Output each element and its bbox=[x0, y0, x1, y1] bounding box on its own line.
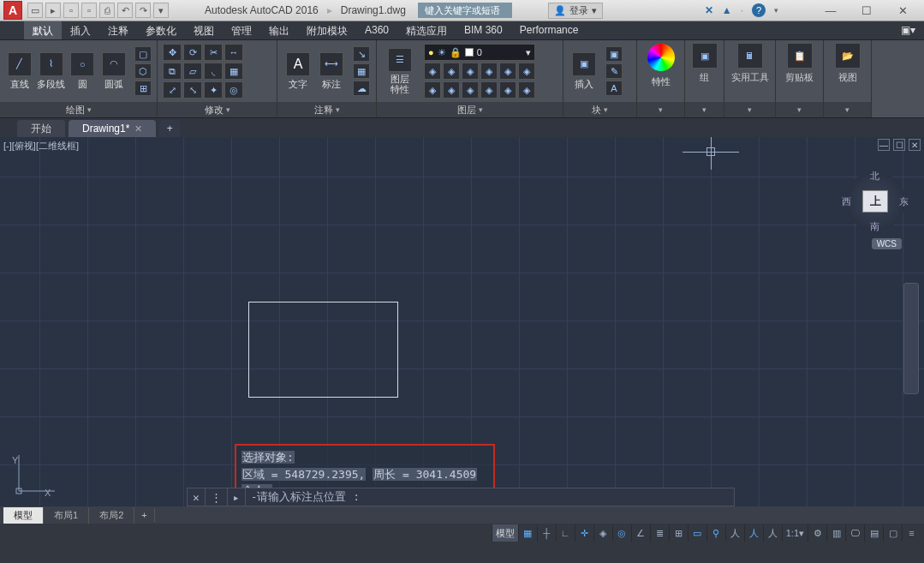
tab-default[interactable]: 默认 bbox=[24, 21, 62, 39]
autodesk-360-icon[interactable]: ▲ bbox=[722, 4, 732, 16]
tool-copy-icon[interactable]: ⧉ bbox=[163, 63, 182, 80]
block-edit-icon[interactable]: ✎ bbox=[605, 63, 623, 79]
status-custom-icon[interactable]: ≡ bbox=[902, 524, 921, 542]
tab-expand-icon[interactable]: ▣▾ bbox=[892, 21, 924, 39]
layer-tool-6-icon[interactable]: ◈ bbox=[518, 63, 535, 80]
window-minimize-button[interactable]: — bbox=[813, 0, 849, 21]
tab-performance[interactable]: Performance bbox=[511, 21, 587, 39]
tool-arc[interactable]: ◠圆弧 bbox=[99, 52, 128, 91]
exchange-apps-icon[interactable]: ✕ bbox=[705, 4, 713, 16]
tool-mirror-icon[interactable]: ▱ bbox=[183, 63, 202, 80]
status-osnap-icon[interactable]: ◎ bbox=[612, 524, 631, 542]
status-gear-icon[interactable]: ⚙ bbox=[808, 524, 826, 542]
status-polar-icon[interactable]: ✛ bbox=[575, 524, 593, 542]
draw-extra-1-icon[interactable]: ▢ bbox=[134, 46, 152, 62]
viewcube-north[interactable]: 北 bbox=[870, 170, 879, 183]
status-anno3-icon[interactable]: 人 bbox=[763, 524, 782, 542]
status-otrack-icon[interactable]: ∠ bbox=[631, 524, 650, 542]
doctab-new[interactable]: + bbox=[159, 120, 180, 137]
viewport-close-icon[interactable]: ✕ bbox=[909, 139, 921, 151]
status-sc-icon[interactable]: ⚲ bbox=[706, 524, 725, 542]
layer-tool-5-icon[interactable]: ◈ bbox=[499, 63, 516, 80]
viewport-min-icon[interactable]: — bbox=[878, 139, 890, 151]
status-monitor-icon[interactable]: 🖵 bbox=[845, 524, 864, 542]
tool-circle[interactable]: ○圆 bbox=[69, 52, 98, 91]
chevron-down-icon[interactable]: ▾ bbox=[774, 6, 778, 15]
annotate-leader-icon[interactable]: ↘ bbox=[353, 46, 370, 62]
layer-tool-8-icon[interactable]: ◈ bbox=[443, 81, 460, 99]
qat-saveas-icon[interactable]: ▫ bbox=[81, 3, 97, 18]
layer-tool-3-icon[interactable]: ◈ bbox=[462, 63, 479, 80]
layer-tool-10-icon[interactable]: ◈ bbox=[480, 81, 498, 99]
tab-insert[interactable]: 插入 bbox=[62, 21, 99, 39]
tool-trim-icon[interactable]: ✂ bbox=[204, 44, 223, 61]
tab-bim360[interactable]: BIM 360 bbox=[456, 21, 511, 39]
status-lwt-icon[interactable]: ≣ bbox=[650, 524, 669, 542]
tab-view[interactable]: 视图 bbox=[185, 21, 223, 39]
viewcube-top-face[interactable]: 上 bbox=[862, 190, 888, 213]
qat-new-icon[interactable]: ▭ bbox=[27, 3, 43, 18]
cmd-prompt-text[interactable]: -请输入标注点位置 : bbox=[246, 489, 734, 505]
infocenter-search[interactable]: 键入关键字或短语 bbox=[418, 3, 512, 18]
tool-stretch-icon[interactable]: ⤢ bbox=[163, 81, 182, 99]
layout-tab-2[interactable]: 布局2 bbox=[89, 507, 134, 524]
group-icon[interactable]: ▣ bbox=[692, 43, 718, 69]
status-ws-icon[interactable]: ▥ bbox=[826, 524, 845, 542]
annotate-cloud-icon[interactable]: ☁ bbox=[353, 81, 370, 96]
status-anno2-icon[interactable]: 人 bbox=[744, 524, 763, 542]
tool-extend-icon[interactable]: ↔ bbox=[224, 44, 243, 61]
utilities-icon[interactable]: 🖩 bbox=[737, 43, 763, 69]
tab-a360[interactable]: A360 bbox=[356, 21, 397, 39]
tool-fillet-icon[interactable]: ◟ bbox=[204, 63, 223, 80]
tool-rotate-icon[interactable]: ⟳ bbox=[183, 44, 202, 61]
status-grid-icon[interactable]: ▦ bbox=[518, 524, 537, 542]
drawing-canvas[interactable]: [-][俯视][二维线框] — ☐ ✕ 北 南 西 东 上 WCS Y X 选择… bbox=[0, 137, 924, 506]
tool-block-insert[interactable]: ▣插入 bbox=[569, 52, 599, 91]
draw-extra-3-icon[interactable]: ⊞ bbox=[134, 81, 152, 96]
layer-tool-9-icon[interactable]: ◈ bbox=[462, 81, 479, 99]
login-button[interactable]: 👤 登录 ▾ bbox=[548, 3, 603, 19]
navigation-bar[interactable] bbox=[903, 283, 919, 394]
block-create-icon[interactable]: ▣ bbox=[605, 46, 623, 62]
app-icon[interactable]: A bbox=[3, 1, 22, 20]
status-ui-icon[interactable]: ▤ bbox=[864, 524, 883, 542]
tab-output[interactable]: 输出 bbox=[260, 21, 298, 39]
wcs-chip[interactable]: WCS bbox=[872, 238, 902, 249]
tool-scale-icon[interactable]: ⤡ bbox=[183, 81, 202, 99]
layer-tool-7-icon[interactable]: ◈ bbox=[424, 81, 441, 99]
tool-polyline[interactable]: ⌇多段线 bbox=[37, 52, 66, 91]
window-close-button[interactable]: ✕ bbox=[885, 0, 921, 21]
layer-tool-11-icon[interactable]: ◈ bbox=[499, 81, 516, 99]
status-clean-icon[interactable]: ▢ bbox=[883, 524, 902, 542]
viewport-max-icon[interactable]: ☐ bbox=[893, 139, 905, 151]
tool-dimension[interactable]: ⟷标注 bbox=[316, 52, 347, 91]
tab-manage[interactable]: 管理 bbox=[223, 21, 260, 39]
tool-move-icon[interactable]: ✥ bbox=[163, 44, 182, 61]
tab-annotate[interactable]: 注释 bbox=[99, 21, 137, 39]
layer-tool-1-icon[interactable]: ◈ bbox=[424, 63, 441, 80]
tool-line[interactable]: ╱直线 bbox=[5, 52, 34, 91]
status-anno1-icon[interactable]: 人 bbox=[725, 524, 744, 542]
doctab-start[interactable]: 开始 bbox=[17, 120, 65, 137]
tool-layer-properties[interactable]: ☰图层 特性 bbox=[382, 48, 418, 94]
qat-more-icon[interactable]: ▾ bbox=[153, 3, 169, 18]
block-attr-icon[interactable]: A bbox=[605, 81, 623, 96]
clipboard-icon[interactable]: 📋 bbox=[787, 43, 813, 69]
layout-tab-add[interactable]: + bbox=[134, 508, 154, 522]
status-qp-icon[interactable]: ▭ bbox=[688, 524, 706, 542]
doctab-drawing1[interactable]: Drawing1*✕ bbox=[69, 120, 156, 137]
qat-save-icon[interactable]: ▫ bbox=[63, 3, 79, 18]
layer-selector[interactable]: ● ☀ 🔒 0 ▾ bbox=[424, 44, 535, 61]
qat-plot-icon[interactable]: ⎙ bbox=[99, 3, 115, 18]
tab-parametric[interactable]: 参数化 bbox=[137, 21, 185, 39]
qat-undo-icon[interactable]: ↶ bbox=[117, 3, 133, 18]
layout-tab-1[interactable]: 布局1 bbox=[44, 507, 89, 524]
tab-addons[interactable]: 附加模块 bbox=[298, 21, 356, 39]
viewcube-east[interactable]: 东 bbox=[899, 195, 909, 208]
cmd-handle-icon[interactable]: ⋮ bbox=[206, 488, 228, 506]
view-folder-icon[interactable]: 📂 bbox=[835, 43, 861, 69]
status-ortho-icon[interactable]: ∟ bbox=[556, 524, 575, 542]
help-icon[interactable]: ? bbox=[752, 3, 766, 17]
status-scale-button[interactable]: 1:1▾ bbox=[782, 524, 808, 542]
status-iso-icon[interactable]: ◈ bbox=[593, 524, 612, 542]
